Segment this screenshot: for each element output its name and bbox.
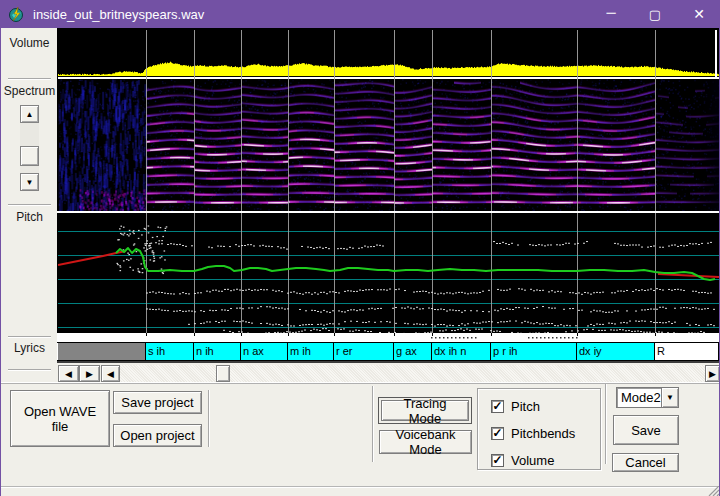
right-arrow-icon: ▶ [709, 369, 716, 379]
resize-grip[interactable] [708, 486, 720, 496]
checkbox-box: ✓ [491, 454, 504, 467]
segment-next-button[interactable]: ▶ [79, 365, 100, 382]
divider [8, 336, 51, 338]
left-arrow-icon: ◀ [107, 369, 114, 379]
spectrum-label: Spectrum [2, 84, 57, 98]
segment-prev-button[interactable]: ◀ [58, 365, 79, 382]
save-project-button[interactable]: Save project [113, 391, 202, 414]
scroll-down-button[interactable]: ▼ [20, 173, 39, 191]
volume-label: Volume [2, 36, 57, 50]
checkbox-pitch[interactable]: ✓Pitch [491, 399, 600, 413]
checkbox-label: Pitch [511, 399, 540, 414]
dropdown-arrow-icon: ▼ [666, 393, 674, 402]
lyrics-label: Lyrics [2, 341, 57, 355]
hscroll-right-button[interactable]: ▶ [705, 365, 720, 382]
checkbox-box: ✓ [491, 400, 504, 413]
open-wave-file-button[interactable]: Open WAVE file [10, 390, 110, 447]
hscroll-track[interactable] [120, 365, 705, 382]
checkbox-volume[interactable]: ✓Volume [491, 453, 600, 467]
lyric-segment[interactable]: R [655, 343, 719, 360]
open-project-button[interactable]: Open project [113, 424, 202, 447]
window-title: inside_out_britneyspears.wav [33, 7, 204, 22]
tracing-mode-frame: Tracing Mode [378, 397, 472, 424]
mode-value: Mode2 [617, 388, 661, 407]
checkbox-pitchbends[interactable]: ✓Pitchbends [491, 426, 600, 440]
statusbar [1, 486, 720, 496]
divider [8, 369, 51, 371]
left-arrow-icon: ◀ [65, 369, 72, 379]
divider [605, 384, 607, 464]
options-groupbox: ✓Pitch✓Pitchbends✓Volume [477, 388, 601, 470]
spectrum-scrollbar[interactable]: ▲ ▼ [20, 105, 39, 191]
panel-ridge [1, 382, 720, 384]
lyric-segment[interactable]: dx ih n [432, 343, 491, 360]
lyric-segment[interactable]: g ax [394, 343, 432, 360]
sidebar: Volume Spectrum ▲ ▼ Pitch Lyrics [2, 28, 57, 382]
titlebar-buttons: ─ ▢ ✕ [589, 0, 720, 28]
maximize-icon: ▢ [649, 7, 661, 22]
dropdown-button[interactable]: ▼ [661, 388, 678, 407]
lyric-segment[interactable]: p r ih [491, 343, 577, 360]
pitch-label: Pitch [2, 210, 57, 224]
tracing-mode-button[interactable]: Tracing Mode [381, 400, 469, 421]
mode-select[interactable]: Mode2 ▼ [616, 387, 679, 408]
divider [372, 386, 374, 462]
minimize-button[interactable]: ─ [589, 0, 633, 28]
divider [8, 78, 51, 80]
lyric-segment[interactable] [58, 343, 146, 360]
lyric-segment[interactable]: m ih [288, 343, 334, 360]
divider [8, 204, 51, 206]
right-arrow-icon: ▶ [86, 369, 93, 379]
divider [208, 390, 210, 447]
lyric-segment[interactable]: n ih [194, 343, 241, 360]
voicebank-mode-button[interactable]: Voicebank Mode [379, 430, 472, 454]
timeline-ruler[interactable] [57, 333, 720, 342]
down-arrow-icon: ▼ [26, 178, 34, 187]
titlebar: inside_out_britneyspears.wav ─ ▢ ✕ [1, 0, 720, 28]
lyrics-shadow [57, 361, 720, 363]
app-icon [8, 6, 25, 23]
cancel-button[interactable]: Cancel [612, 453, 679, 472]
lyric-segment[interactable]: dx iy [577, 343, 655, 360]
app-window: inside_out_britneyspears.wav ─ ▢ ✕ Volum… [0, 0, 720, 496]
scroll-thumb[interactable] [20, 146, 39, 166]
minimize-icon: ─ [606, 5, 615, 20]
hscroll-left-button[interactable]: ◀ [101, 365, 120, 382]
pitch-track[interactable] [58, 213, 719, 333]
checkbox-label: Pitchbends [511, 426, 575, 441]
lyrics-track: s ihn ihn axm ihr erg axdx ih np r ihdx … [57, 342, 720, 361]
close-button[interactable]: ✕ [677, 0, 720, 28]
hscroll-thumb[interactable] [216, 365, 230, 382]
checkbox-label: Volume [511, 453, 554, 468]
scroll-up-button[interactable]: ▲ [20, 105, 39, 123]
save-button[interactable]: Save [613, 415, 679, 445]
lyric-segment[interactable]: r er [334, 343, 394, 360]
maximize-button[interactable]: ▢ [633, 0, 677, 28]
up-arrow-icon: ▲ [26, 110, 34, 119]
spectrum-track[interactable] [58, 79, 719, 211]
checkbox-box: ✓ [491, 427, 504, 440]
lyric-segment[interactable]: n ax [241, 343, 288, 360]
lyric-segment[interactable]: s ih [146, 343, 194, 360]
close-icon: ✕ [693, 6, 705, 22]
volume-track[interactable] [58, 30, 719, 79]
